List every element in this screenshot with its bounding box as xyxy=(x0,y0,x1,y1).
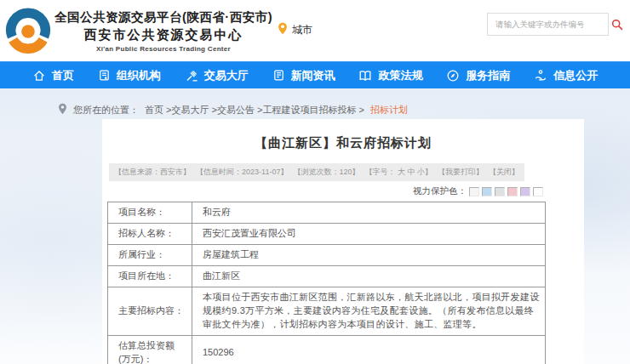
search-input[interactable] xyxy=(488,20,611,29)
compass-icon xyxy=(446,69,460,82)
close-button[interactable]: 【关闭】 xyxy=(489,167,519,178)
meta-source: 【信息来源：西安市】 xyxy=(114,167,191,178)
nav-label: 新闻资讯 xyxy=(291,68,335,83)
hand-share-icon xyxy=(534,69,547,82)
site-header: 全国公共资源交易平台(陕西省·西安市) 西安市公共资源交易中心 Xi'an Pu… xyxy=(0,0,630,61)
site-title-line1: 全国公共资源交易平台(陕西省·西安市) xyxy=(54,9,272,26)
row-value: 曲江新区 xyxy=(192,265,546,287)
nav-item-home[interactable]: 首页 xyxy=(32,68,74,83)
table-row: 招标人名称： 西安汇茂置业有限公司 xyxy=(108,223,546,244)
news-icon xyxy=(272,69,285,82)
meta-fontsize-control[interactable]: 【字号： 大 中 小】 xyxy=(364,167,432,178)
row-label: 项目所在地： xyxy=(108,265,192,287)
content-area: 您所在的位置： 首页 >交易大厅 >交易公告 >工程建设项目招标投标 > 招标计… xyxy=(0,88,630,364)
nav-item-info-disclosure[interactable]: 信息公开 xyxy=(534,68,598,83)
city-label: 城市 xyxy=(292,23,312,37)
breadcrumb-prefix: 您所在的位置： xyxy=(73,104,139,117)
eye-protect-swatch-3[interactable] xyxy=(495,187,505,196)
project-info-table: 项目名称： 和云府 招标人名称： 西安汇茂置业有限公司 所属行业： 房屋建筑工程… xyxy=(107,202,546,364)
breadcrumb-current: 招标计划 xyxy=(370,104,408,117)
row-label: 招标人名称： xyxy=(108,223,192,244)
nav-item-policies[interactable]: 政策法规 xyxy=(358,68,422,83)
search-box xyxy=(487,13,609,36)
eye-protect-label: 视力保护色： xyxy=(413,185,467,197)
gavel-icon xyxy=(185,69,198,82)
row-label: 所属行业： xyxy=(108,244,192,265)
table-row: 所属行业： 房屋建筑工程 xyxy=(108,244,546,265)
eye-protect-swatch-4[interactable] xyxy=(507,187,518,196)
nav-label: 首页 xyxy=(52,68,74,83)
table-row: 项目所在地： 曲江新区 xyxy=(108,265,546,287)
eye-protect-swatch-2[interactable] xyxy=(482,187,492,196)
article-title: 【曲江新区】和云府招标计划 xyxy=(102,135,584,151)
row-label: 项目名称： xyxy=(108,202,192,224)
page: 全国公共资源交易平台(陕西省·西安市) 西安市公共资源交易中心 Xi'an Pu… xyxy=(0,0,630,364)
nav-item-service-guide[interactable]: 服务指南 xyxy=(446,68,510,83)
row-value: 西安汇茂置业有限公司 xyxy=(192,223,546,244)
home-icon xyxy=(32,69,46,82)
site-title-english: Xi'an Public Resources Trading Center xyxy=(54,45,272,53)
nav-label: 组织机构 xyxy=(117,68,161,83)
article-card: 【曲江新区】和云府招标计划 【信息来源：西安市】 【信息时间：2023-11-0… xyxy=(102,119,584,364)
breadcrumb-pin-icon xyxy=(58,103,67,117)
city-selector[interactable]: 城市 xyxy=(278,22,312,37)
search-icon[interactable] xyxy=(611,19,623,31)
eye-protect-swatch-1[interactable] xyxy=(469,187,479,196)
breadcrumb-path[interactable]: 首页 >交易大厅 >交易公告 >工程建设项目招标投标 > xyxy=(145,104,364,117)
nav-item-trading-hall[interactable]: 交易大厅 xyxy=(185,68,249,83)
table-row: 估算总投资额(万元)： 150296 xyxy=(108,335,546,364)
nav-item-news[interactable]: 新闻资讯 xyxy=(272,68,335,83)
nav-label: 交易大厅 xyxy=(204,68,249,83)
nav-label: 政策法规 xyxy=(378,68,422,83)
location-pin-icon xyxy=(278,22,288,37)
article-meta-bar: 【信息来源：西安市】 【信息时间：2023-11-07】 【浏览次数：120】 … xyxy=(109,163,524,181)
site-logo-icon xyxy=(5,8,51,54)
row-value: 和云府 xyxy=(192,202,546,224)
row-value: 房屋建筑工程 xyxy=(192,244,546,265)
meta-views: 【浏览次数：120】 xyxy=(293,167,359,178)
breadcrumb: 您所在的位置： 首页 >交易大厅 >交易公告 >工程建设项目招标投标 > 招标计… xyxy=(58,103,408,117)
site-title-line2: 西安市公共资源交易中心 xyxy=(54,27,272,43)
eye-protect-swatch-6[interactable] xyxy=(533,187,543,196)
row-label: 主要招标内容： xyxy=(108,287,192,335)
document-icon xyxy=(98,69,111,82)
table-row: 项目名称： 和云府 xyxy=(108,202,546,224)
nav-label: 信息公开 xyxy=(553,68,598,83)
eye-protect-row: 视力保护色： xyxy=(102,185,543,197)
table-row: 主要招标内容： 本项目位于西安市曲江新区范围，汇新路以东，航天北路以北，项目拟开… xyxy=(108,287,546,335)
row-label: 估算总投资额(万元)： xyxy=(108,335,192,364)
main-nav: 首页 组织机构 交易大厅 xyxy=(0,61,630,88)
row-value: 本项目位于西安市曲江新区范围，汇新路以东，航天北路以北，项目拟开发建设规模约9.… xyxy=(192,287,546,335)
book-icon xyxy=(358,69,372,82)
nav-item-organization[interactable]: 组织机构 xyxy=(98,68,161,83)
nav-label: 服务指南 xyxy=(466,68,510,83)
site-title: 全国公共资源交易平台(陕西省·西安市) 西安市公共资源交易中心 Xi'an Pu… xyxy=(54,9,272,53)
eye-protect-swatch-5[interactable] xyxy=(520,187,530,196)
print-button[interactable]: 【我要打印】 xyxy=(438,167,484,178)
meta-time: 【信息时间：2023-11-07】 xyxy=(196,167,288,178)
row-value: 150296 xyxy=(192,335,546,364)
